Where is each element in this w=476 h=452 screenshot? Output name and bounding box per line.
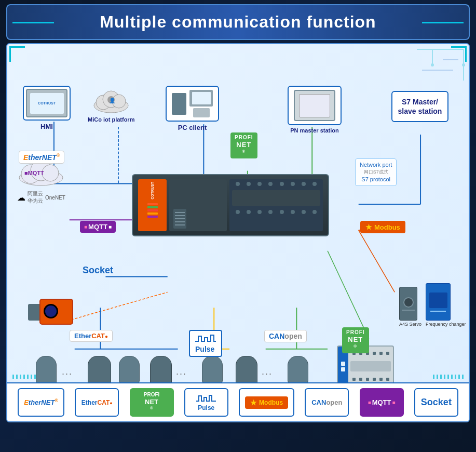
ethernet-badge-hmi: EtherNET® (19, 151, 64, 164)
tick-decoration-right (433, 375, 464, 379)
dots-3: ... (262, 366, 273, 377)
svg-line-24 (359, 230, 395, 292)
header-bar: Multiple communication function (6, 4, 470, 40)
pn-master-label: PN master station (290, 127, 339, 134)
mqtt-badge: ■MQTT■ (80, 221, 116, 233)
plc-unit: COTRUST (132, 174, 329, 236)
motor-group-6 (236, 356, 257, 384)
hmi-device: COTRUST HMI (23, 86, 71, 130)
motor-group-3 (119, 356, 140, 383)
network-port-label: Network port 网口S7成式 S7 protocol (355, 158, 397, 186)
canopen-badge: CANopen (264, 330, 307, 342)
bottom-badge-profinet: PROFINET® (130, 388, 174, 417)
hmi-label: HMI (40, 123, 53, 130)
bottom-badge-canopen: CANopen (305, 388, 349, 417)
main-area: COTRUST HMI EtherNET® 👤 MiCo iot platfor… (6, 43, 470, 422)
motor-group-7 (288, 356, 308, 383)
bottom-badge-ethercat: EtherCAT● (75, 388, 119, 417)
mico-iot-device: 👤 MiCo iot platform (88, 86, 134, 123)
svg-point-3 (431, 63, 434, 67)
bottom-badge-socket: Socket (414, 388, 458, 417)
motor-group-2 (88, 356, 111, 386)
motor-group-1 (36, 356, 57, 384)
svg-text:■MQTT: ■MQTT (24, 170, 44, 176)
page-title: Multiple communication function (18, 12, 458, 32)
svg-point-4 (462, 63, 465, 67)
motor-group-5 (202, 356, 223, 383)
bottom-badge-pulse: Pulse (184, 388, 228, 417)
pulse-bottom-label: Pulse (198, 404, 214, 411)
svg-line-25 (328, 251, 369, 339)
dots-2: ... (176, 366, 187, 377)
svg-line-16 (59, 292, 168, 323)
svg-text:👤: 👤 (109, 97, 116, 104)
s7-device: S7 Master/slave station (391, 91, 448, 122)
pc-client-device: PC client (166, 86, 219, 131)
bottom-bar: EtherNET® EtherCAT● PROFINET® Pulse ★Mod… (7, 382, 469, 421)
a4s-servo-label: A4S Servo (399, 322, 421, 327)
modbus-badge: ★Modbus (360, 221, 405, 233)
pc-client-label: PC client (178, 124, 207, 131)
socket-badge: Socket (83, 265, 113, 276)
motor-group-4 (150, 356, 172, 384)
freq-changer-label: Frequency changer (426, 322, 466, 327)
mico-label: MiCo iot platform (88, 116, 134, 123)
svg-point-36 (42, 165, 59, 181)
bottom-badge-mqtt: ■MQTT■ (360, 388, 404, 417)
dots-1: ... (62, 366, 73, 377)
bottom-badge-ethernet: EtherNET® (18, 388, 64, 417)
cloud-icon: 👤 (92, 86, 131, 114)
s7-label: S7 Master/slave station (398, 97, 442, 116)
profinet-badge-top: PROFINET ® (230, 132, 257, 158)
pulse-badge: Pulse (189, 330, 222, 357)
bottom-badge-modbus: ★Modbus (239, 388, 294, 417)
corner-decoration-tl (9, 46, 25, 62)
profinet-badge-br: PROFINET ® (342, 327, 369, 353)
pn-master-device: PN master station (288, 86, 342, 134)
corner-decoration-tr (451, 46, 467, 62)
ethercat-badge: EtherCAT● (70, 330, 113, 342)
servo-freq-group: A4S Servo Frequency changer (399, 283, 466, 327)
pulse-wave-icon (196, 394, 216, 404)
camera-device (28, 299, 75, 327)
